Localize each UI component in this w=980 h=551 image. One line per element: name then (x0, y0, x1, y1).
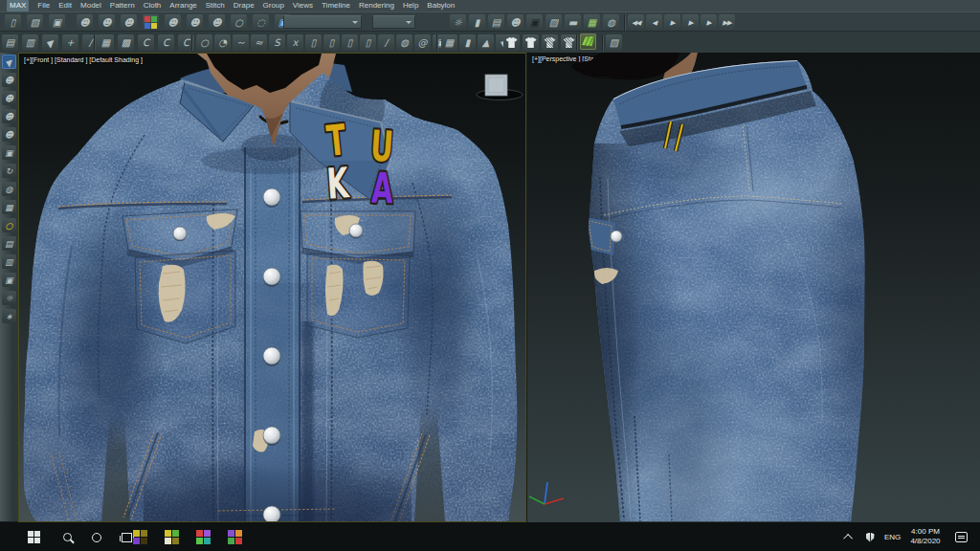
copy-tool[interactable]: ▣ (2, 273, 16, 287)
menu-babylon[interactable]: Babylon (427, 0, 455, 11)
colorway-ring-tool[interactable]: ○ (2, 218, 16, 232)
clock[interactable]: 4:00 PM 4/8/2020 (901, 527, 950, 546)
search-button[interactable] (56, 522, 78, 551)
menu-cloth[interactable]: Cloth (144, 0, 162, 11)
start-button[interactable] (22, 522, 45, 551)
swatch-grid-icon[interactable]: ▦ (441, 34, 457, 51)
seam-c1-icon[interactable]: C (138, 34, 154, 51)
swirl-tool-icon[interactable]: ◍ (396, 34, 412, 51)
app-tuka-design[interactable] (129, 522, 152, 551)
web-globe-icon[interactable]: ◍ (603, 14, 619, 31)
pattern-edit-icon[interactable]: ▤ (2, 34, 18, 51)
circle-tool-icon[interactable]: ○ (196, 34, 212, 51)
at-tool-icon[interactable]: @ (414, 34, 431, 51)
open-file-icon[interactable]: ▧ (27, 14, 43, 31)
avatar-photo-2-icon[interactable]: ☻ (187, 14, 203, 31)
menu-group[interactable]: Group (263, 0, 284, 11)
spline-tool-icon[interactable]: S (269, 34, 285, 51)
page-4-icon[interactable]: ▯ (360, 34, 376, 51)
grid-window-icon[interactable]: ▦ (98, 34, 114, 51)
wave-tool-icon[interactable]: ≈ (251, 34, 267, 51)
app-tuka-plan[interactable] (192, 522, 215, 551)
menu-stitch[interactable]: Stitch (206, 0, 225, 11)
action-center-icon[interactable] (955, 532, 968, 542)
avatar-select-icon[interactable]: ◌ (253, 14, 269, 31)
menu-arrange[interactable]: Arrange (169, 0, 196, 11)
menu-drape[interactable]: Drape (234, 0, 255, 11)
arc-tool-icon[interactable]: ◔ (214, 34, 231, 51)
zoom-view-tool[interactable]: ◍ (2, 182, 16, 196)
next-frame-icon[interactable]: ▶ (701, 14, 717, 31)
page-2-icon[interactable]: ▯ (323, 34, 340, 51)
select-object-tool[interactable]: ▶ (2, 55, 16, 69)
avatar-head-tool[interactable]: ☻ (2, 73, 16, 87)
settings-gear-icon[interactable]: ☼ (450, 14, 466, 31)
prev-frame-icon[interactable]: ◀ (646, 14, 662, 31)
page-1-icon[interactable]: ▯ (305, 34, 322, 51)
page-3-icon[interactable]: ▯ (342, 34, 358, 51)
avatar-photo-1-icon[interactable]: ☻ (165, 14, 181, 31)
light-tool[interactable]: ☼ (2, 291, 16, 305)
rotate-view-tool[interactable]: ↻ (2, 164, 16, 178)
cut-tool-icon[interactable]: x (287, 34, 303, 51)
menu-max[interactable]: MAX (7, 0, 29, 11)
viewport-perspective[interactable]: [+][Perspective ] [Standard ] [Default S… (527, 53, 980, 522)
select-cursor-icon[interactable]: ▶ (42, 34, 58, 51)
import-avatar-icon[interactable]: ☻ (77, 14, 93, 31)
tray-expand-button[interactable] (837, 522, 860, 551)
image-strip-icon[interactable]: ▬ (565, 14, 581, 31)
notes-icon[interactable]: ▤ (488, 14, 504, 31)
keyframe-tool[interactable]: ▤ (2, 236, 16, 251)
fabric-combo[interactable] (283, 15, 362, 29)
view-cube[interactable] (477, 75, 523, 100)
garment-points-icon[interactable] (561, 34, 577, 51)
menu-pattern[interactable]: Pattern (110, 0, 135, 11)
avatar-display-icon[interactable]: ☻ (507, 14, 523, 31)
settings-tool[interactable]: ∗ (2, 309, 16, 323)
play-icon[interactable]: ▶ (682, 14, 699, 31)
color-windows-icon[interactable] (143, 14, 159, 31)
menu-file[interactable]: File (37, 0, 50, 11)
fold-fabric-icon[interactable]: ▨ (606, 34, 622, 51)
menu-model[interactable]: Model (80, 0, 101, 11)
pattern-block-icon[interactable]: ▩ (118, 34, 134, 51)
go-to-end-icon[interactable]: ▶▶ (719, 14, 735, 31)
defender-tray-button[interactable] (858, 522, 881, 551)
go-to-start-icon[interactable]: ◀◀ (628, 14, 644, 31)
avatar-photo-3-icon[interactable]: ☻ (209, 14, 225, 31)
add-point-icon[interactable]: + (62, 34, 78, 51)
avatar-pose-tool[interactable]: ☻ (2, 109, 16, 123)
layers-tool[interactable]: ▥ (2, 254, 16, 269)
avatar-pose-icon[interactable]: ☻ (121, 14, 137, 31)
panel-toggle-icon[interactable]: ▮ (469, 14, 485, 31)
menu-rendering[interactable]: Rendering (359, 0, 394, 11)
menu-edit[interactable]: Edit (58, 0, 72, 11)
slash-tool-icon[interactable]: / (378, 34, 394, 51)
pattern-copy-icon[interactable]: ▥ (22, 34, 38, 51)
avatar-photo-tool[interactable]: ▣ (2, 145, 16, 160)
avatar-body-tool[interactable]: ☻ (2, 91, 16, 105)
garment-solid-icon[interactable] (503, 34, 520, 51)
export-avatar-icon[interactable]: ☻ (99, 14, 115, 31)
avatar-silhouette-icon[interactable]: ○ (231, 14, 247, 31)
avatar-dress-tool[interactable]: ☻ (2, 127, 16, 142)
app-tuka-tech[interactable] (224, 522, 247, 551)
cortana-button[interactable] (85, 522, 108, 551)
render-camera-icon[interactable]: ▣ (526, 14, 543, 31)
new-file-icon[interactable]: ▯ (5, 14, 21, 31)
save-file-icon[interactable]: ▣ (49, 14, 65, 31)
garment-mesh-icon[interactable] (542, 34, 558, 51)
colorway-garment-icon[interactable] (580, 33, 596, 50)
language-indicator[interactable]: ENG (884, 533, 901, 541)
size-combo[interactable] (372, 15, 415, 29)
play-back-icon[interactable]: ▶ (664, 14, 680, 31)
menu-timeline[interactable]: Timeline (322, 0, 350, 11)
curve-tool-icon[interactable]: ~ (233, 34, 249, 51)
monitor-icon[interactable]: ▦ (584, 14, 600, 31)
garment-fit-icon[interactable] (523, 34, 539, 51)
menu-help[interactable]: Help (403, 0, 418, 11)
viewport-front[interactable]: [+][Front ] [Standard ] [Default Shading… (18, 53, 526, 522)
seam-c2-icon[interactable]: C (158, 34, 174, 51)
pan-view-tool[interactable]: ▦ (2, 200, 16, 214)
menu-views[interactable]: Views (293, 0, 313, 11)
